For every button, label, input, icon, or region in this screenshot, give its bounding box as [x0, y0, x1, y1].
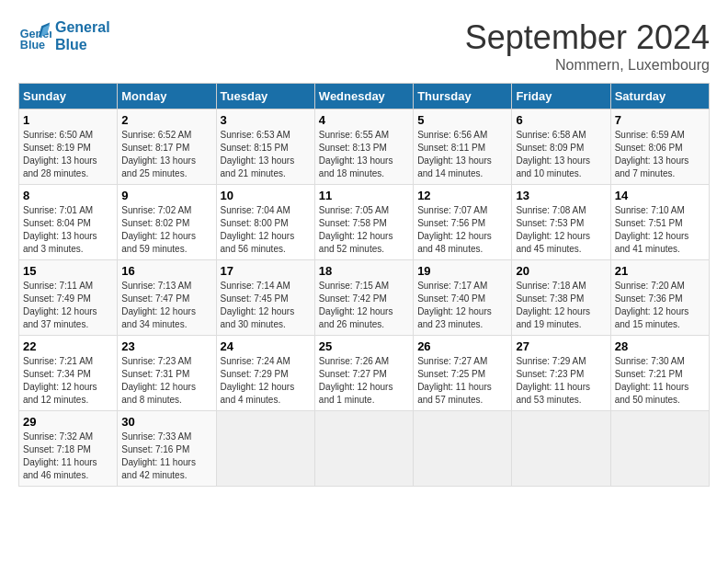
- title-block: September 2024 Nommern, Luxembourg: [465, 18, 710, 74]
- page-header: General Blue General Blue September 2024…: [18, 18, 710, 74]
- day-number: 2: [121, 113, 211, 127]
- calendar-cell: 27Sunrise: 7:29 AM Sunset: 7:23 PM Dayli…: [512, 336, 610, 411]
- day-info: Sunrise: 6:52 AM Sunset: 8:17 PM Dayligh…: [121, 129, 211, 180]
- calendar-cell: 30Sunrise: 7:33 AM Sunset: 7:16 PM Dayli…: [118, 411, 216, 487]
- svg-text:Blue: Blue: [20, 40, 45, 52]
- calendar-cell: [610, 411, 709, 487]
- calendar-cell: 5Sunrise: 6:56 AM Sunset: 8:11 PM Daylig…: [414, 109, 512, 185]
- day-number: 29: [23, 415, 113, 429]
- day-number: 24: [221, 339, 311, 353]
- day-number: 14: [615, 189, 705, 202]
- day-header-monday: Monday: [118, 84, 216, 109]
- day-info: Sunrise: 7:20 AM Sunset: 7:36 PM Dayligh…: [615, 280, 705, 331]
- calendar-cell: 15Sunrise: 7:11 AM Sunset: 7:49 PM Dayli…: [19, 260, 118, 336]
- calendar-cell: 20Sunrise: 7:18 AM Sunset: 7:38 PM Dayli…: [512, 260, 610, 336]
- calendar-table: SundayMondayTuesdayWednesdayThursdayFrid…: [18, 83, 710, 487]
- calendar-cell: 24Sunrise: 7:24 AM Sunset: 7:29 PM Dayli…: [216, 336, 314, 411]
- day-number: 22: [23, 339, 113, 353]
- day-number: 4: [319, 113, 409, 127]
- calendar-header-row: SundayMondayTuesdayWednesdayThursdayFrid…: [19, 84, 710, 109]
- calendar-cell: 19Sunrise: 7:17 AM Sunset: 7:40 PM Dayli…: [414, 260, 512, 336]
- day-info: Sunrise: 6:59 AM Sunset: 8:06 PM Dayligh…: [615, 129, 705, 180]
- calendar-cell: 3Sunrise: 6:53 AM Sunset: 8:15 PM Daylig…: [216, 109, 314, 185]
- calendar-cell: 25Sunrise: 7:26 AM Sunset: 7:27 PM Dayli…: [314, 336, 413, 411]
- day-info: Sunrise: 6:53 AM Sunset: 8:15 PM Dayligh…: [221, 129, 311, 180]
- day-header-saturday: Saturday: [610, 84, 709, 109]
- logo: General Blue General Blue: [18, 18, 110, 53]
- day-info: Sunrise: 7:24 AM Sunset: 7:29 PM Dayligh…: [221, 355, 311, 407]
- day-info: Sunrise: 7:33 AM Sunset: 7:16 PM Dayligh…: [121, 431, 211, 482]
- calendar-cell: 28Sunrise: 7:30 AM Sunset: 7:21 PM Dayli…: [610, 336, 709, 411]
- day-number: 16: [121, 264, 211, 278]
- day-info: Sunrise: 7:18 AM Sunset: 7:38 PM Dayligh…: [516, 280, 606, 331]
- calendar-cell: 17Sunrise: 7:14 AM Sunset: 7:45 PM Dayli…: [216, 260, 314, 336]
- calendar-cell: 2Sunrise: 6:52 AM Sunset: 8:17 PM Daylig…: [118, 109, 216, 185]
- day-number: 9: [121, 189, 211, 202]
- day-info: Sunrise: 7:13 AM Sunset: 7:47 PM Dayligh…: [121, 280, 211, 331]
- day-info: Sunrise: 7:01 AM Sunset: 8:04 PM Dayligh…: [23, 204, 113, 256]
- calendar-cell: [314, 411, 413, 487]
- calendar-week-row: 29Sunrise: 7:32 AM Sunset: 7:18 PM Dayli…: [19, 411, 710, 487]
- day-number: 7: [615, 113, 705, 127]
- day-number: 18: [319, 264, 409, 278]
- day-number: 13: [516, 189, 606, 202]
- calendar-week-row: 15Sunrise: 7:11 AM Sunset: 7:49 PM Dayli…: [19, 260, 710, 336]
- day-number: 19: [417, 264, 507, 278]
- day-number: 3: [221, 113, 311, 127]
- day-info: Sunrise: 7:21 AM Sunset: 7:34 PM Dayligh…: [23, 355, 113, 407]
- day-info: Sunrise: 7:04 AM Sunset: 8:00 PM Dayligh…: [221, 204, 311, 256]
- day-info: Sunrise: 7:17 AM Sunset: 7:40 PM Dayligh…: [417, 280, 507, 331]
- day-number: 20: [516, 264, 606, 278]
- calendar-cell: 14Sunrise: 7:10 AM Sunset: 7:51 PM Dayli…: [610, 185, 709, 260]
- calendar-cell: 12Sunrise: 7:07 AM Sunset: 7:56 PM Dayli…: [414, 185, 512, 260]
- day-info: Sunrise: 6:56 AM Sunset: 8:11 PM Dayligh…: [417, 129, 507, 180]
- calendar-cell: [216, 411, 314, 487]
- calendar-cell: 18Sunrise: 7:15 AM Sunset: 7:42 PM Dayli…: [314, 260, 413, 336]
- day-header-wednesday: Wednesday: [314, 84, 413, 109]
- day-info: Sunrise: 7:10 AM Sunset: 7:51 PM Dayligh…: [615, 204, 705, 256]
- logo-blue: Blue: [55, 36, 110, 53]
- calendar-cell: 8Sunrise: 7:01 AM Sunset: 8:04 PM Daylig…: [19, 185, 118, 260]
- day-info: Sunrise: 6:58 AM Sunset: 8:09 PM Dayligh…: [516, 129, 606, 180]
- day-number: 5: [417, 113, 507, 127]
- day-info: Sunrise: 7:07 AM Sunset: 7:56 PM Dayligh…: [417, 204, 507, 256]
- day-number: 17: [221, 264, 311, 278]
- calendar-cell: 9Sunrise: 7:02 AM Sunset: 8:02 PM Daylig…: [118, 185, 216, 260]
- calendar-cell: 7Sunrise: 6:59 AM Sunset: 8:06 PM Daylig…: [610, 109, 709, 185]
- calendar-cell: 1Sunrise: 6:50 AM Sunset: 8:19 PM Daylig…: [19, 109, 118, 185]
- day-number: 11: [319, 189, 409, 202]
- day-number: 21: [615, 264, 705, 278]
- logo-icon: General Blue: [18, 19, 51, 52]
- calendar-cell: 6Sunrise: 6:58 AM Sunset: 8:09 PM Daylig…: [512, 109, 610, 185]
- day-info: Sunrise: 7:23 AM Sunset: 7:31 PM Dayligh…: [121, 355, 211, 407]
- calendar-cell: 11Sunrise: 7:05 AM Sunset: 7:58 PM Dayli…: [314, 185, 413, 260]
- calendar-cell: [414, 411, 512, 487]
- day-number: 6: [516, 113, 606, 127]
- day-info: Sunrise: 7:08 AM Sunset: 7:53 PM Dayligh…: [516, 204, 606, 256]
- day-info: Sunrise: 7:30 AM Sunset: 7:21 PM Dayligh…: [615, 355, 705, 407]
- calendar-cell: 4Sunrise: 6:55 AM Sunset: 8:13 PM Daylig…: [314, 109, 413, 185]
- day-number: 15: [23, 264, 113, 278]
- location-subtitle: Nommern, Luxembourg: [465, 57, 710, 74]
- day-number: 26: [417, 339, 507, 353]
- day-number: 12: [417, 189, 507, 202]
- day-header-thursday: Thursday: [414, 84, 512, 109]
- logo-general: General: [55, 18, 110, 36]
- day-info: Sunrise: 7:29 AM Sunset: 7:23 PM Dayligh…: [516, 355, 606, 407]
- day-header-friday: Friday: [512, 84, 610, 109]
- calendar-cell: 22Sunrise: 7:21 AM Sunset: 7:34 PM Dayli…: [19, 336, 118, 411]
- day-info: Sunrise: 6:55 AM Sunset: 8:13 PM Dayligh…: [319, 129, 409, 180]
- day-number: 10: [221, 189, 311, 202]
- day-info: Sunrise: 7:26 AM Sunset: 7:27 PM Dayligh…: [319, 355, 409, 407]
- calendar-week-row: 8Sunrise: 7:01 AM Sunset: 8:04 PM Daylig…: [19, 185, 710, 260]
- day-header-sunday: Sunday: [19, 84, 118, 109]
- calendar-cell: 16Sunrise: 7:13 AM Sunset: 7:47 PM Dayli…: [118, 260, 216, 336]
- calendar-cell: [512, 411, 610, 487]
- calendar-cell: 21Sunrise: 7:20 AM Sunset: 7:36 PM Dayli…: [610, 260, 709, 336]
- day-info: Sunrise: 7:05 AM Sunset: 7:58 PM Dayligh…: [319, 204, 409, 256]
- calendar-cell: 29Sunrise: 7:32 AM Sunset: 7:18 PM Dayli…: [19, 411, 118, 487]
- day-number: 8: [23, 189, 113, 202]
- day-info: Sunrise: 7:11 AM Sunset: 7:49 PM Dayligh…: [23, 280, 113, 331]
- calendar-cell: 26Sunrise: 7:27 AM Sunset: 7:25 PM Dayli…: [414, 336, 512, 411]
- day-number: 23: [121, 339, 211, 353]
